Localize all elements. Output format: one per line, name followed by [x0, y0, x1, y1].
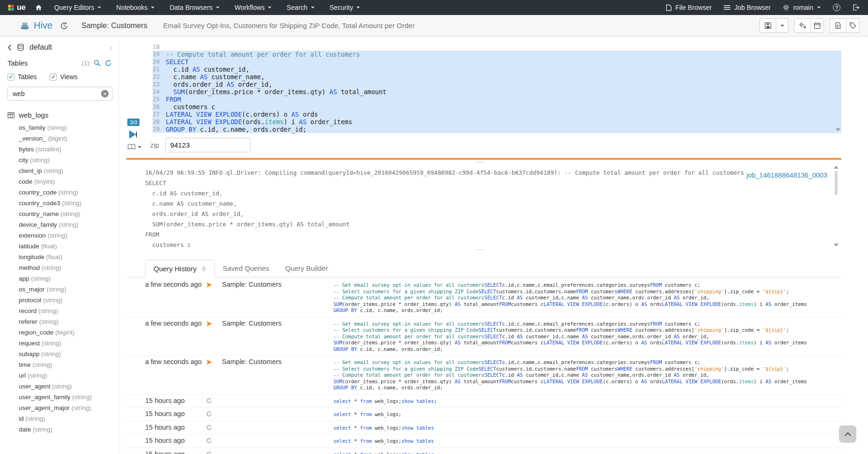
column-item-request[interactable]: request (string): [0, 338, 118, 349]
history-row[interactable]: 15 hours agoselect * from web_logs;show …: [126, 434, 841, 448]
logout-button[interactable]: [853, 4, 860, 11]
menu-data-browsers[interactable]: Data Browsers: [169, 4, 220, 11]
editor-line-23[interactable]: 23 ords.order_id AS order_id,: [153, 81, 841, 88]
column-item-os-major[interactable]: os_major (string): [0, 284, 118, 295]
code-area[interactable]: 1819-- Compute total amount per order fo…: [153, 43, 841, 133]
editor-line-29[interactable]: 29GROUP BY c.id, c.name, ords.order_id;: [153, 126, 841, 133]
menu-notebooks[interactable]: Notebooks: [116, 4, 154, 11]
editor-line-19[interactable]: 19-- Compute total amount per order for …: [153, 51, 841, 58]
help-button[interactable]: ?: [833, 4, 840, 11]
column-item-region-code[interactable]: region_code (bigint): [0, 327, 118, 338]
scrollbar-thumb[interactable]: [835, 171, 838, 195]
column-item-app[interactable]: app (string): [0, 273, 118, 284]
schedule-button[interactable]: [811, 18, 824, 33]
column-item-client-ip[interactable]: client_ip (string): [0, 165, 118, 176]
editor-line-24[interactable]: 24 SUM(order_items.price * order_items.q…: [153, 88, 841, 96]
column-item-user-agent-family[interactable]: user_agent_family (string): [0, 392, 118, 402]
back-button[interactable]: [7, 44, 12, 51]
table-search-input[interactable]: [7, 87, 112, 101]
editor-line-20[interactable]: 20SELECT: [153, 58, 841, 66]
editor-line-25[interactable]: 25FROM: [153, 96, 841, 103]
column-item-extension[interactable]: extension (string): [0, 230, 118, 241]
editor-line-21[interactable]: 21 c.id AS customer_id,: [153, 66, 841, 73]
clear-history-icon[interactable]: [201, 266, 206, 272]
column-item-country-code[interactable]: country_code (string): [0, 187, 118, 198]
sql-editor[interactable]: 3/3 1819-- Compute total amount per orde…: [126, 43, 841, 133]
column-item-method[interactable]: method (string): [0, 262, 118, 273]
tab-query-history[interactable]: Query History: [145, 260, 215, 277]
column-item-url[interactable]: url (string): [0, 370, 118, 381]
resize-grip[interactable]: ⋯: [119, 247, 841, 252]
scrollbar-up-icon[interactable]: [834, 166, 839, 169]
history-row[interactable]: a few seconds agoSample: Customers-- Get…: [126, 317, 841, 356]
job-browser-link[interactable]: Job Browser: [724, 4, 771, 11]
column-item-longitude[interactable]: longitude (float): [0, 252, 118, 262]
execute-button[interactable]: [129, 130, 137, 139]
column-item-id[interactable]: id (string): [0, 413, 118, 424]
history-row[interactable]: 15 hours agoselect * from web_logs;: [126, 408, 841, 421]
editor-line-27[interactable]: 27LATERAL VIEW EXPLODE(c.orders) o AS or…: [153, 111, 841, 118]
scrollbar-down-icon[interactable]: [836, 128, 840, 131]
tab-query-builder[interactable]: Query Builder: [277, 260, 336, 277]
resize-grip[interactable]: ⋯: [119, 160, 841, 164]
menu-security[interactable]: Security: [330, 4, 360, 11]
column-item-time[interactable]: time (string): [0, 359, 118, 370]
column-item--version-[interactable]: _version_ (bigint): [0, 133, 118, 144]
log-scrollbar[interactable]: [834, 166, 839, 246]
file-browser-link[interactable]: File Browser: [666, 4, 712, 11]
column-item-date[interactable]: date (string): [0, 424, 118, 435]
column-item-record[interactable]: record (string): [0, 305, 118, 316]
column-item-country-name[interactable]: country_name (string): [0, 208, 118, 219]
column-item-latitude[interactable]: latitude (float): [0, 241, 118, 252]
editor-line-28[interactable]: 28LATERAL VIEW EXPLODE(ords.items) i AS …: [153, 118, 841, 126]
format-button[interactable]: [830, 18, 846, 33]
menu-search[interactable]: Search: [287, 4, 314, 11]
editor-line-22[interactable]: 22 c.name AS customer_name,: [153, 73, 841, 81]
column-item-user-agent[interactable]: user_agent (string): [0, 381, 118, 392]
session-settings-button[interactable]: [794, 18, 811, 33]
column-item-user-agent-major[interactable]: user_agent_major (string): [0, 402, 118, 413]
column-item-bytes[interactable]: bytes (smallint): [0, 144, 118, 155]
column-item-protocol[interactable]: protocol (string): [0, 295, 118, 305]
query-name[interactable]: Sample: Customers: [81, 22, 147, 30]
home-button[interactable]: [35, 4, 42, 11]
tab-saved-queries[interactable]: Saved Queries: [215, 260, 277, 277]
table-item-web-logs[interactable]: web_logs: [0, 104, 118, 122]
editor-line-26[interactable]: 26 customers c: [153, 103, 841, 111]
menu-workflows[interactable]: Workflows: [235, 4, 272, 11]
column-item-os-family[interactable]: os_family (string): [0, 122, 118, 133]
variable-input[interactable]: [165, 138, 250, 152]
line-number: 29: [153, 126, 166, 133]
refresh-icon[interactable]: [105, 60, 112, 67]
search-icon[interactable]: [94, 60, 101, 67]
column-item-subapp[interactable]: subapp (string): [0, 349, 118, 359]
history-row[interactable]: a few seconds agoSample: Customers-- Get…: [126, 278, 841, 317]
hue-logo[interactable]: ue: [7, 3, 26, 12]
collapse-panel-icon[interactable]: ‹: [110, 44, 113, 51]
column-item-country-code3[interactable]: country_code3 (string): [0, 198, 118, 208]
save-button[interactable]: [759, 18, 776, 33]
query-history-toggle[interactable]: [60, 22, 68, 30]
history-row[interactable]: a few seconds agoSample: Customers-- Get…: [126, 356, 841, 394]
column-item-city[interactable]: city (string): [0, 155, 118, 165]
tables-checkbox[interactable]: ✓ Tables: [7, 73, 37, 81]
history-row[interactable]: 15 hours agoselect * from web_logs;show …: [126, 448, 841, 454]
database-name[interactable]: default: [29, 43, 52, 52]
scroll-to-top-button[interactable]: [839, 425, 856, 443]
scrollbar-down-icon[interactable]: [834, 244, 839, 246]
tags-button[interactable]: [846, 18, 860, 33]
save-dropdown-button[interactable]: [776, 18, 788, 33]
navigator-button[interactable]: [127, 144, 141, 150]
history-row[interactable]: 15 hours agoselect * from web_logs;show …: [126, 394, 841, 408]
column-item-code[interactable]: code (tinyint): [0, 176, 118, 187]
column-item-device-family[interactable]: device_family (string): [0, 219, 118, 230]
column-item-referer[interactable]: referer (string): [0, 316, 118, 327]
user-menu[interactable]: romain: [783, 4, 821, 11]
menu-query-editors[interactable]: Query Editors: [54, 4, 102, 11]
clear-search-icon[interactable]: ✕: [101, 90, 109, 97]
job-link[interactable]: job_1461888648136_0003: [746, 171, 827, 179]
views-checkbox[interactable]: ✓ Views: [50, 73, 77, 81]
history-row[interactable]: 15 hours agoselect * from web_logs;show …: [126, 421, 841, 435]
editor-line-18[interactable]: 18: [153, 43, 841, 51]
app-title[interactable]: Hive: [34, 20, 52, 31]
